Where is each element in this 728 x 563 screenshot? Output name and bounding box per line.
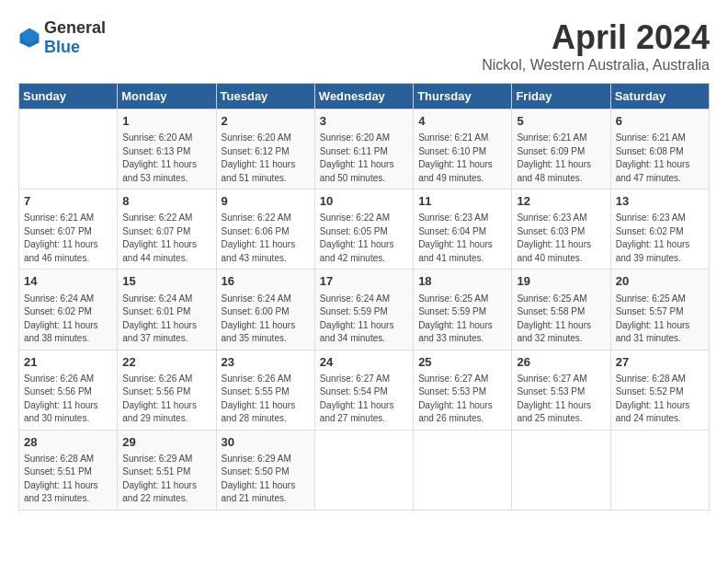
calendar-cell: 9Sunrise: 6:22 AM Sunset: 6:06 PM Daylig… (216, 190, 314, 270)
day-number: 19 (517, 273, 605, 290)
day-number: 4 (418, 113, 506, 130)
day-number: 5 (517, 113, 605, 130)
day-info: Sunrise: 6:27 AM Sunset: 5:53 PM Dayligh… (418, 373, 506, 426)
day-number: 6 (616, 113, 704, 130)
calendar-cell: 4Sunrise: 6:21 AM Sunset: 6:10 PM Daylig… (414, 109, 512, 190)
calendar-cell: 12Sunrise: 6:23 AM Sunset: 6:03 PM Dayli… (512, 190, 610, 270)
weekday-header-friday: Friday (512, 84, 610, 109)
calendar-cell (414, 430, 512, 510)
calendar-cell (19, 109, 118, 190)
logo: General Blue (18, 18, 106, 57)
weekday-header-tuesday: Tuesday (216, 84, 314, 109)
week-row-4: 21Sunrise: 6:26 AM Sunset: 5:56 PM Dayli… (19, 350, 710, 430)
day-info: Sunrise: 6:23 AM Sunset: 6:04 PM Dayligh… (418, 212, 506, 265)
day-number: 18 (418, 273, 506, 290)
day-number: 16 (222, 273, 310, 290)
day-info: Sunrise: 6:23 AM Sunset: 6:02 PM Dayligh… (616, 212, 704, 265)
week-row-5: 28Sunrise: 6:28 AM Sunset: 5:51 PM Dayli… (19, 430, 710, 510)
weekday-header-thursday: Thursday (414, 84, 512, 109)
week-row-2: 7Sunrise: 6:21 AM Sunset: 6:07 PM Daylig… (19, 190, 710, 270)
day-info: Sunrise: 6:24 AM Sunset: 6:00 PM Dayligh… (222, 293, 310, 346)
calendar-cell: 16Sunrise: 6:24 AM Sunset: 6:00 PM Dayli… (216, 270, 314, 350)
calendar-cell: 14Sunrise: 6:24 AM Sunset: 6:02 PM Dayli… (19, 270, 118, 350)
logo-icon (18, 27, 40, 49)
calendar-cell: 21Sunrise: 6:26 AM Sunset: 5:56 PM Dayli… (19, 350, 118, 430)
calendar-cell: 18Sunrise: 6:25 AM Sunset: 5:59 PM Dayli… (414, 270, 512, 350)
calendar-cell (314, 430, 413, 510)
day-info: Sunrise: 6:20 AM Sunset: 6:13 PM Dayligh… (122, 132, 210, 185)
day-number: 24 (320, 354, 408, 371)
day-number: 14 (24, 273, 112, 290)
day-number: 28 (24, 434, 112, 451)
day-info: Sunrise: 6:22 AM Sunset: 6:06 PM Dayligh… (222, 212, 310, 265)
day-info: Sunrise: 6:24 AM Sunset: 6:01 PM Dayligh… (122, 293, 210, 346)
day-info: Sunrise: 6:25 AM Sunset: 5:58 PM Dayligh… (517, 293, 605, 346)
day-number: 2 (222, 113, 310, 130)
day-number: 8 (122, 193, 210, 210)
day-info: Sunrise: 6:21 AM Sunset: 6:07 PM Dayligh… (24, 212, 112, 265)
calendar-cell: 2Sunrise: 6:20 AM Sunset: 6:12 PM Daylig… (216, 109, 314, 190)
day-number: 26 (517, 354, 605, 371)
day-number: 11 (418, 193, 506, 210)
day-info: Sunrise: 6:21 AM Sunset: 6:10 PM Dayligh… (418, 132, 506, 185)
day-info: Sunrise: 6:27 AM Sunset: 5:53 PM Dayligh… (517, 373, 605, 426)
calendar-cell (512, 430, 610, 510)
day-number: 30 (222, 434, 310, 451)
day-info: Sunrise: 6:29 AM Sunset: 5:50 PM Dayligh… (222, 453, 310, 506)
day-info: Sunrise: 6:26 AM Sunset: 5:56 PM Dayligh… (122, 373, 210, 426)
calendar-cell: 29Sunrise: 6:29 AM Sunset: 5:51 PM Dayli… (118, 430, 216, 510)
day-info: Sunrise: 6:22 AM Sunset: 6:07 PM Dayligh… (122, 212, 210, 265)
title-area: April 2024 Nickol, Western Australia, Au… (482, 18, 710, 74)
weekday-header-row: SundayMondayTuesdayWednesdayThursdayFrid… (19, 84, 710, 109)
day-number: 9 (222, 193, 310, 210)
calendar-cell: 11Sunrise: 6:23 AM Sunset: 6:04 PM Dayli… (414, 190, 512, 270)
calendar-cell: 13Sunrise: 6:23 AM Sunset: 6:02 PM Dayli… (610, 190, 709, 270)
weekday-header-sunday: Sunday (19, 84, 118, 109)
page-header: General Blue April 2024 Nickol, Western … (18, 18, 710, 74)
calendar-cell: 20Sunrise: 6:25 AM Sunset: 5:57 PM Dayli… (610, 270, 709, 350)
calendar-cell: 24Sunrise: 6:27 AM Sunset: 5:54 PM Dayli… (314, 350, 413, 430)
calendar-cell: 26Sunrise: 6:27 AM Sunset: 5:53 PM Dayli… (512, 350, 610, 430)
day-number: 25 (418, 354, 506, 371)
day-info: Sunrise: 6:25 AM Sunset: 5:59 PM Dayligh… (418, 293, 506, 346)
month-title: April 2024 (482, 18, 710, 57)
day-number: 27 (616, 354, 704, 371)
calendar-cell: 8Sunrise: 6:22 AM Sunset: 6:07 PM Daylig… (118, 190, 216, 270)
weekday-header-saturday: Saturday (610, 84, 709, 109)
location-title: Nickol, Western Australia, Australia (482, 57, 710, 74)
day-number: 10 (320, 193, 408, 210)
day-number: 1 (122, 113, 210, 130)
day-number: 7 (24, 193, 112, 210)
day-number: 12 (517, 193, 605, 210)
calendar-cell: 10Sunrise: 6:22 AM Sunset: 6:05 PM Dayli… (314, 190, 413, 270)
day-number: 17 (320, 273, 408, 290)
calendar-cell: 25Sunrise: 6:27 AM Sunset: 5:53 PM Dayli… (414, 350, 512, 430)
calendar-cell: 17Sunrise: 6:24 AM Sunset: 5:59 PM Dayli… (314, 270, 413, 350)
day-number: 20 (616, 273, 704, 290)
day-info: Sunrise: 6:26 AM Sunset: 5:55 PM Dayligh… (222, 373, 310, 426)
day-info: Sunrise: 6:21 AM Sunset: 6:09 PM Dayligh… (517, 132, 605, 185)
day-number: 23 (222, 354, 310, 371)
calendar-cell: 6Sunrise: 6:21 AM Sunset: 6:08 PM Daylig… (610, 109, 709, 190)
weekday-header-wednesday: Wednesday (314, 84, 413, 109)
calendar-cell: 22Sunrise: 6:26 AM Sunset: 5:56 PM Dayli… (118, 350, 216, 430)
day-info: Sunrise: 6:24 AM Sunset: 6:02 PM Dayligh… (24, 293, 112, 346)
logo-blue: Blue (44, 38, 80, 56)
day-info: Sunrise: 6:20 AM Sunset: 6:12 PM Dayligh… (222, 132, 310, 185)
calendar-cell (610, 430, 709, 510)
calendar-cell: 15Sunrise: 6:24 AM Sunset: 6:01 PM Dayli… (118, 270, 216, 350)
calendar-cell: 5Sunrise: 6:21 AM Sunset: 6:09 PM Daylig… (512, 109, 610, 190)
day-info: Sunrise: 6:28 AM Sunset: 5:51 PM Dayligh… (24, 453, 112, 506)
logo-general: General (44, 18, 106, 37)
day-number: 22 (122, 354, 210, 371)
calendar-cell: 1Sunrise: 6:20 AM Sunset: 6:13 PM Daylig… (118, 109, 216, 190)
day-number: 15 (122, 273, 210, 290)
week-row-1: 1Sunrise: 6:20 AM Sunset: 6:13 PM Daylig… (19, 109, 710, 190)
weekday-header-monday: Monday (118, 84, 216, 109)
day-info: Sunrise: 6:29 AM Sunset: 5:51 PM Dayligh… (122, 453, 210, 506)
day-number: 21 (24, 354, 112, 371)
day-number: 13 (616, 193, 704, 210)
day-info: Sunrise: 6:20 AM Sunset: 6:11 PM Dayligh… (320, 132, 408, 185)
day-number: 3 (320, 113, 408, 130)
week-row-3: 14Sunrise: 6:24 AM Sunset: 6:02 PM Dayli… (19, 270, 710, 350)
